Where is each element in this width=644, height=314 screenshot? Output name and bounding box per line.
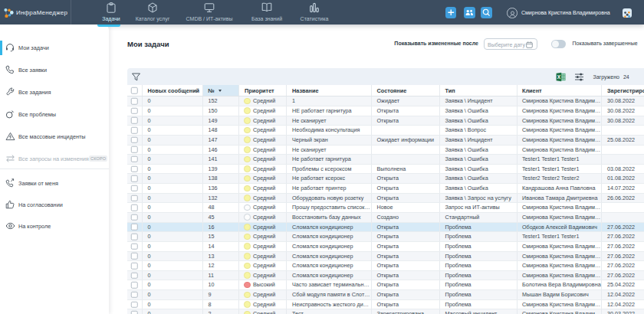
svg-text:X: X (557, 74, 561, 80)
